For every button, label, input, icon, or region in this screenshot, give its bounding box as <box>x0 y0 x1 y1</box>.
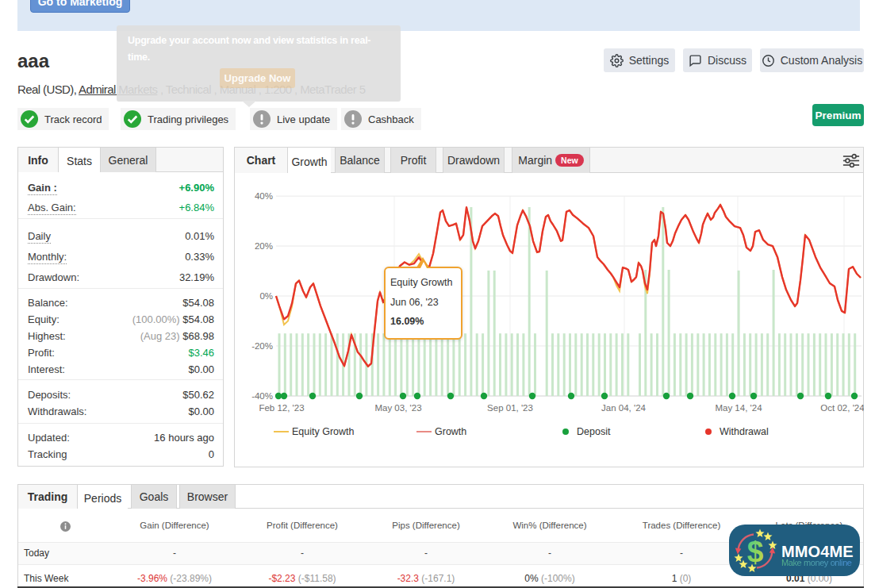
svg-text:Withdrawal: Withdrawal <box>720 426 769 437</box>
svg-text:-20%: -20% <box>251 341 273 351</box>
svg-text:Growth: Growth <box>435 426 466 437</box>
svg-text:-40%: -40% <box>251 391 273 401</box>
svg-text:Oct 02, '24: Oct 02, '24 <box>820 403 864 413</box>
svg-text:20%: 20% <box>255 241 273 251</box>
svg-text:Sep 01, '23: Sep 01, '23 <box>487 403 533 413</box>
svg-text:Jan 04, '24: Jan 04, '24 <box>601 403 647 413</box>
svg-text:Deposit: Deposit <box>577 426 611 437</box>
svg-text:May 03, '23: May 03, '23 <box>374 403 421 413</box>
svg-text:Equity Growth: Equity Growth <box>292 426 355 437</box>
svg-text:May 14, '24: May 14, '24 <box>715 403 762 413</box>
svg-text:$: $ <box>747 536 764 568</box>
svg-text:40%: 40% <box>255 191 273 201</box>
svg-text:0%: 0% <box>259 291 273 301</box>
svg-text:Feb 12, '23: Feb 12, '23 <box>259 403 304 413</box>
